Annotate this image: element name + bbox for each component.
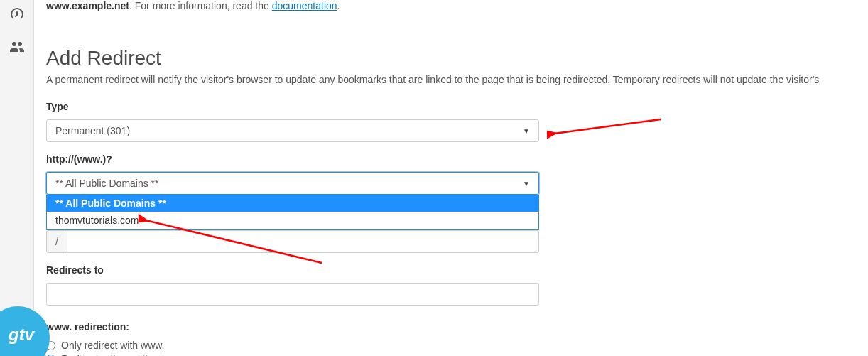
www-option-only-label: Only redirect with www.	[61, 340, 164, 351]
domain-select[interactable]: ** All Public Domains ** ▼	[46, 172, 539, 195]
domain-selected-value: ** All Public Domains **	[55, 178, 159, 189]
chevron-down-icon: ▼	[523, 180, 530, 188]
type-label: Type	[46, 101, 868, 112]
page-description: A permanent redirect will notify the vis…	[46, 74, 868, 85]
dashboard-icon[interactable]	[0, 0, 34, 28]
www-option-only[interactable]: Only redirect with www.	[46, 340, 868, 351]
path-prefix: /	[46, 230, 67, 253]
path-input[interactable]	[67, 230, 539, 253]
users-icon[interactable]	[0, 33, 34, 61]
domain-dropdown: ** All Public Domains ** thomvtutorials.…	[46, 195, 539, 230]
www-option-both-label: Redirect with or without www.	[61, 353, 191, 356]
sidebar	[0, 0, 34, 356]
intro-bold: www.example.net	[46, 0, 129, 11]
gtv-logo-text: gtv	[9, 325, 34, 345]
path-row: /	[46, 230, 539, 253]
redirects-to-input[interactable]	[46, 283, 539, 306]
www-option-both[interactable]: Redirect with or without www.	[46, 353, 868, 356]
intro-rest: . For more information, read the	[129, 0, 272, 11]
intro-suffix: .	[337, 0, 340, 11]
chevron-down-icon: ▼	[523, 127, 530, 135]
page-title: Add Redirect	[46, 47, 868, 70]
intro-text: www.example.net. For more information, r…	[46, 0, 868, 11]
www-redirection-label: www. redirection:	[46, 321, 868, 333]
redirects-to-label: Redirects to	[46, 264, 868, 276]
domain-option-thomvtutorials[interactable]: thomvtutorials.com	[47, 212, 538, 229]
gtv-logo-badge: gtv	[0, 306, 50, 356]
domain-option-all[interactable]: ** All Public Domains **	[47, 195, 538, 212]
documentation-link[interactable]: documentation	[272, 0, 337, 11]
main-content: www.example.net. For more information, r…	[46, 0, 868, 356]
type-select[interactable]: Permanent (301) ▼	[46, 119, 539, 142]
type-selected-value: Permanent (301)	[55, 125, 130, 136]
domain-label: http://(www.)?	[46, 153, 868, 165]
